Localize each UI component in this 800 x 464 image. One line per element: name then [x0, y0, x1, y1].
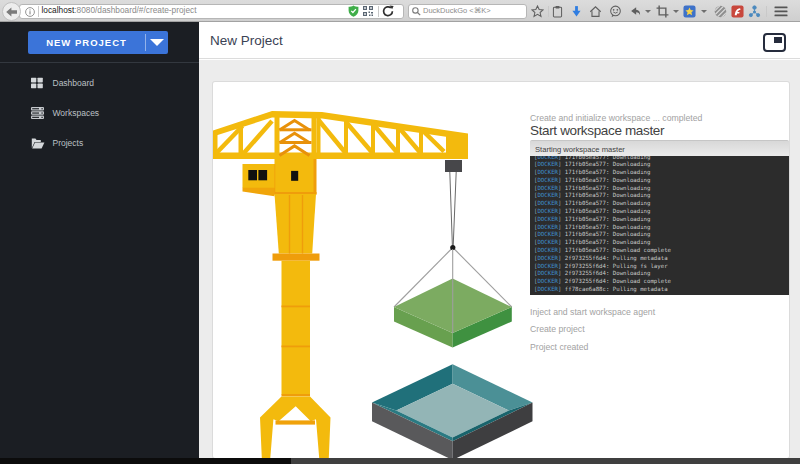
page-title: New Project [210, 22, 283, 58]
console-line: [DOCKER] 171fb05ea577: Downloading [534, 192, 789, 200]
toolbar-divider-2 [766, 6, 767, 17]
bottom-screen-strip [0, 458, 800, 464]
bottom-screen-strip-black [0, 458, 291, 464]
downloads-icon[interactable] [570, 5, 583, 18]
new-project-button-separator [145, 34, 146, 51]
step-create-workspace: Create and initialize workspace ... comp… [530, 113, 702, 123]
sidebar-item-label: Dashboard [53, 68, 95, 98]
step-project-created: Project created [530, 342, 588, 352]
console-output[interactable]: [DOCKER] 171fb05ea577: Downloading[DOCKE… [530, 156, 789, 295]
hoisted-green-slab [394, 249, 512, 347]
dashboard-grid-icon [31, 78, 43, 89]
console-line: [DOCKER] ff78cae6a88c: Pulling metadata [534, 286, 789, 294]
projects-folder-icon [31, 137, 45, 149]
bookmarks-manager-icon[interactable] [683, 5, 696, 18]
sidebar-item-workspaces[interactable]: Workspaces [0, 98, 199, 128]
sidebar-item-dashboard[interactable]: Dashboard [0, 68, 199, 98]
search-placeholder: DuckDuckGo <⌘K> [423, 0, 491, 22]
crop-dropdown-caret[interactable] [673, 10, 679, 13]
bookmarks-dropdown-caret[interactable] [701, 10, 707, 13]
console-line: [DOCKER] 2f973255f6d4: Pulling fs layer [534, 263, 789, 271]
undo-dropdown-caret[interactable] [645, 10, 651, 13]
new-project-dropdown-caret[interactable] [150, 39, 164, 46]
console-line: [DOCKER] 171fb05ea577: Downloading [534, 169, 789, 177]
console-line: [DOCKER] 2f973255f6d4: Pulling metadata [534, 255, 789, 263]
reload-icon[interactable] [382, 5, 394, 17]
workspaces-stack-icon [31, 107, 44, 119]
console-line: [DOCKER] 2f973255f6d4: Download complete [534, 278, 789, 286]
app-header: New Project [199, 22, 800, 59]
crane-illustration [213, 82, 533, 458]
back-arrow-icon [5, 6, 18, 18]
console-line: [DOCKER] 171fb05ea577: Downloading [534, 216, 789, 224]
search-icon [412, 7, 421, 16]
site-info-icon[interactable] [25, 7, 35, 17]
workspace-console: Starting workspace master [DOCKER] 171fb… [530, 140, 789, 295]
new-project-button[interactable]: NEW PROJECT [28, 31, 168, 55]
undo-arrow-icon[interactable] [628, 5, 641, 18]
sidebar-item-label: Workspaces [53, 98, 100, 128]
console-line: [DOCKER] 171fb05ea577: Downloading [534, 177, 789, 185]
sidebar-divider [0, 62, 199, 63]
current-step-heading: Start workspace master [530, 123, 664, 138]
qr-code-icon[interactable] [363, 6, 373, 16]
url-text[interactable]: localhost:8080/dashboard/#/create-projec… [42, 0, 197, 22]
console-line: [DOCKER] 171fb05ea577: Downloading [534, 224, 789, 232]
toggle-panel-icon-inner [774, 37, 782, 43]
molecule-addon-icon[interactable] [748, 5, 761, 18]
toolbar-divider [548, 6, 549, 17]
console-line: [DOCKER] 171fb05ea577: Downloading [534, 185, 789, 193]
console-line: [DOCKER] 171fb05ea577: Downloading [534, 208, 789, 216]
toggle-panel-icon[interactable] [763, 33, 787, 53]
browser-toolbar: localhost:8080/dashboard/#/create-projec… [0, 0, 800, 22]
sidebar: NEW PROJECT Dashboard Workspaces [0, 22, 199, 458]
console-line: [DOCKER] 171fb05ea577: Downloading [534, 239, 789, 247]
flash-plugin-icon[interactable] [731, 5, 744, 18]
feedback-smiley-icon[interactable] [609, 5, 622, 18]
console-line: [DOCKER] 171fb05ea577: Download complete [534, 247, 789, 255]
console-line: [DOCKER] 171fb05ea577: Downloading [534, 231, 789, 239]
console-line: [DOCKER] 2f973255f6d4: Downloading [534, 270, 789, 278]
step-create-project: Create project [530, 324, 585, 334]
urlbar-divider-2 [378, 6, 379, 17]
security-shield-icon[interactable] [348, 5, 359, 17]
step-inject-agent: Inject and start workspace agent [530, 307, 655, 317]
clipboard-icon[interactable] [551, 5, 564, 18]
new-project-button-label: NEW PROJECT [28, 31, 145, 55]
disconnect-circle-icon[interactable] [714, 5, 727, 18]
console-line: [DOCKER] 171fb05ea577: Downloading [534, 200, 789, 208]
bookmark-star-icon[interactable] [531, 5, 544, 18]
sidebar-item-projects[interactable]: Projects [0, 128, 199, 158]
teal-container-box [372, 364, 533, 458]
urlbar-divider [38, 6, 39, 17]
sidebar-item-label: Projects [53, 128, 84, 158]
menu-hamburger-icon[interactable] [774, 6, 788, 17]
console-line: [DOCKER] 171fb05ea577: Downloading [534, 161, 789, 169]
workspace-progress-card: Create and initialize workspace ... comp… [213, 82, 789, 458]
back-button[interactable] [2, 2, 21, 21]
content-area: Create and initialize workspace ... comp… [199, 60, 800, 458]
crop-tool-icon[interactable] [656, 5, 669, 18]
home-icon[interactable] [589, 5, 602, 18]
console-title: Starting workspace master [530, 140, 789, 156]
